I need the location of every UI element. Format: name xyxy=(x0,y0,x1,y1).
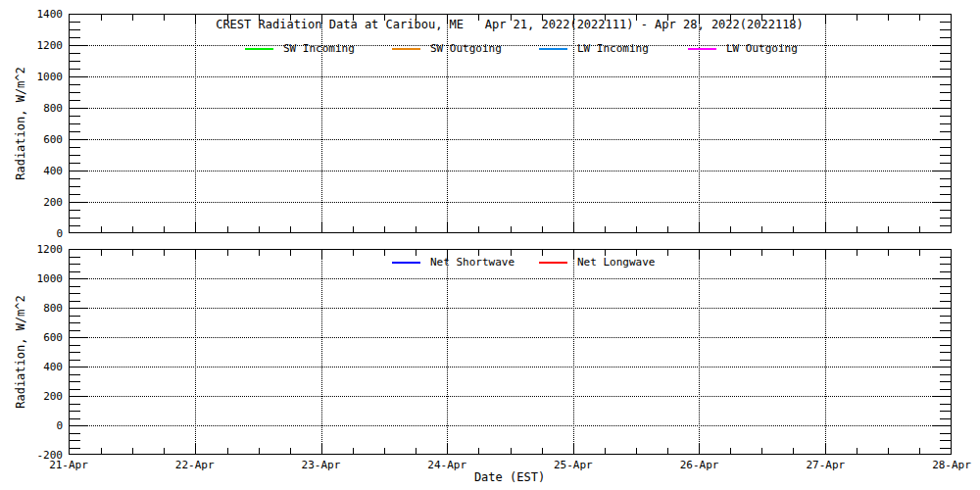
x-axis-tick xyxy=(542,15,543,21)
x-axis-tick xyxy=(195,222,196,232)
x-axis-tick xyxy=(857,226,858,232)
y-axis-tick xyxy=(940,448,951,449)
y-axis-tick xyxy=(70,147,80,148)
y-tick-label: 0 xyxy=(14,419,63,432)
y-axis-tick xyxy=(70,76,87,77)
y-axis-tick xyxy=(70,448,80,449)
x-axis-tick xyxy=(699,250,700,260)
x-axis-tick xyxy=(605,15,606,21)
x-axis-tick xyxy=(384,226,385,232)
y-axis-tick xyxy=(940,345,951,346)
x-axis-tick xyxy=(857,250,858,256)
y-axis-tick xyxy=(933,367,951,368)
y-tick-label: 400 xyxy=(14,165,63,177)
x-axis-tick xyxy=(888,226,889,232)
legend-line-net-shortwave xyxy=(392,262,420,264)
legend-label-net-longwave: Net Longwave xyxy=(577,256,655,269)
x-tick-label: 22-Apr xyxy=(161,459,229,471)
y-axis-tick xyxy=(940,322,951,323)
y-axis-tick xyxy=(70,352,80,353)
x-axis-tick xyxy=(605,448,606,454)
x-axis-tick xyxy=(636,15,637,21)
h-gridline xyxy=(70,171,951,172)
y-axis-tick xyxy=(933,76,951,77)
legend-label-net-shortwave: Net Shortwave xyxy=(430,256,514,269)
x-axis-tick xyxy=(321,444,322,454)
y-axis-tick xyxy=(70,433,80,434)
x-axis-tick xyxy=(416,250,416,256)
y-axis-tick xyxy=(70,316,80,317)
x-axis-tick xyxy=(416,448,416,454)
h-gridline xyxy=(70,202,951,203)
y-axis-tick xyxy=(70,389,80,390)
h-gridline xyxy=(70,367,951,368)
y-axis-tick xyxy=(940,286,951,287)
x-axis-tick xyxy=(259,226,260,232)
x-tick-label: 25-Apr xyxy=(539,459,608,471)
legend-line-sw-outgoing xyxy=(392,48,420,50)
x-axis-tick xyxy=(164,448,165,454)
x-axis-tick xyxy=(699,15,700,24)
x-axis-tick xyxy=(195,15,196,24)
y-axis-tick xyxy=(940,22,951,23)
top-y-axis-label: Radiation, W/m^2 xyxy=(14,67,27,180)
x-axis-tick xyxy=(730,250,731,256)
x-axis-tick xyxy=(542,250,543,256)
x-axis-tick xyxy=(132,250,133,256)
y-axis-tick xyxy=(940,271,951,272)
x-axis-tick xyxy=(511,448,512,454)
legend-line-sw-incoming xyxy=(245,48,273,50)
x-axis-tick xyxy=(761,448,762,454)
y-axis-tick xyxy=(940,61,951,62)
x-axis-tick xyxy=(384,15,385,21)
y-axis-tick xyxy=(940,381,951,382)
h-gridline xyxy=(70,425,951,426)
v-gridline xyxy=(825,250,826,454)
x-axis-tick xyxy=(825,444,826,454)
x-axis-tick xyxy=(259,15,260,21)
x-axis-tick xyxy=(636,226,637,232)
h-gridline xyxy=(70,278,951,279)
legend-label-sw-incoming: SW Incoming xyxy=(283,42,355,55)
x-axis-tick xyxy=(353,250,354,256)
x-axis-tick xyxy=(478,15,479,21)
y-axis-tick xyxy=(70,308,87,309)
y-axis-tick xyxy=(70,178,80,179)
x-axis-tick xyxy=(825,250,826,260)
y-axis-tick xyxy=(70,286,80,287)
x-axis-tick xyxy=(825,15,826,24)
x-axis-tick xyxy=(919,226,920,232)
y-axis-tick xyxy=(940,92,951,93)
y-axis-tick xyxy=(70,29,80,30)
x-axis-tick xyxy=(132,448,133,454)
x-tick-label: 24-Apr xyxy=(413,459,481,471)
y-axis-tick xyxy=(940,293,951,294)
y-tick-label: 1400 xyxy=(14,8,63,21)
x-axis-tick xyxy=(825,222,826,232)
v-gridline xyxy=(195,15,196,232)
y-axis-tick xyxy=(940,210,951,211)
x-tick-label: 27-Apr xyxy=(791,459,859,471)
x-axis-tick xyxy=(573,222,574,232)
x-axis-tick xyxy=(227,250,228,256)
x-axis-tick xyxy=(761,15,762,21)
x-axis-tick xyxy=(919,15,920,21)
x-axis-tick xyxy=(667,448,668,454)
x-axis-tick xyxy=(730,448,731,454)
y-tick-label: 1200 xyxy=(14,243,63,256)
y-axis-tick xyxy=(70,257,80,258)
y-tick-label: 0 xyxy=(14,227,63,240)
h-gridline xyxy=(70,337,951,338)
y-axis-tick xyxy=(70,360,80,361)
y-axis-tick xyxy=(933,202,951,203)
x-axis-tick xyxy=(919,250,920,256)
x-axis-tick xyxy=(195,444,196,454)
x-axis-tick xyxy=(290,15,291,21)
y-axis-tick xyxy=(940,433,951,434)
y-axis-tick xyxy=(70,345,80,346)
x-axis-tick xyxy=(793,250,794,256)
y-axis-tick xyxy=(940,352,951,353)
v-gridline xyxy=(573,250,574,454)
y-axis-tick xyxy=(70,411,80,412)
y-axis-tick xyxy=(940,218,951,219)
